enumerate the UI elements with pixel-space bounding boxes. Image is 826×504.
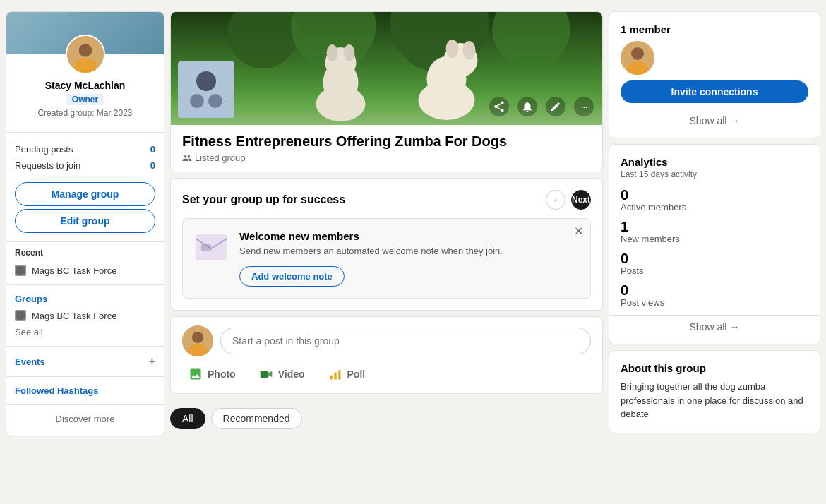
next-button[interactable]: Next [571, 190, 591, 210]
discover-more-button[interactable]: Discover more [15, 411, 155, 427]
setup-content: Welcome new members Send new members an … [182, 218, 591, 299]
members-show-all-link[interactable]: Show all → [609, 109, 820, 132]
group-hero: ··· [171, 12, 602, 125]
posts-label: Posts [621, 265, 808, 276]
svg-point-18 [446, 40, 459, 58]
svg-rect-25 [260, 371, 268, 378]
svg-marker-26 [268, 371, 272, 377]
hashtags-label: Followed Hashtags [15, 385, 98, 396]
groups-label: Groups [15, 291, 155, 307]
see-all-link[interactable]: See all [15, 324, 155, 340]
invite-connections-button[interactable]: Invite connections [621, 80, 808, 103]
all-filter-button[interactable]: All [170, 408, 205, 429]
left-sidebar: Stacy McLachlan Owner Created group: Mar… [6, 11, 164, 436]
setup-card: Set your group up for success ‹ Next Wel… [170, 178, 603, 311]
post-actions: Photo Video Poll [182, 364, 591, 385]
svg-rect-5 [16, 311, 25, 320]
events-link[interactable]: Events + [15, 352, 155, 371]
svg-rect-27 [330, 376, 332, 380]
setup-text: Welcome new members Send new members an … [239, 230, 579, 287]
member-avatar [621, 41, 654, 75]
share-icon[interactable] [489, 97, 509, 116]
video-label: Video [278, 368, 305, 380]
about-title: About this group [621, 362, 808, 374]
add-welcome-note-button[interactable]: Add welcome note [239, 266, 345, 287]
svg-point-19 [463, 41, 476, 59]
active-members-row: 0 Active members [621, 188, 808, 212]
main-content: ··· Fitness Entrepreneurs Offering Zumba… [170, 11, 603, 432]
members-card: 1 member Invite connections Show all → [609, 11, 820, 138]
sidebar-cover [6, 12, 164, 54]
recent-item-label: Mags BC Task Force [32, 265, 116, 276]
setup-title: Set your group up for success [182, 193, 345, 206]
group-actions: ··· [489, 97, 594, 116]
group-card: ··· Fitness Entrepreneurs Offering Zumba… [170, 11, 603, 172]
setup-item-title: Welcome new members [239, 230, 579, 242]
post-views-count: 0 [621, 283, 808, 297]
sidebar-item-mags-bc[interactable]: Mags BC Task Force [15, 262, 155, 279]
post-input[interactable] [220, 328, 591, 354]
filter-bar: All Recommended [170, 400, 603, 432]
group-icon-2 [15, 310, 26, 321]
svg-point-13 [327, 44, 338, 61]
svg-rect-21 [201, 244, 211, 251]
active-members-count: 0 [621, 188, 808, 202]
svg-rect-3 [75, 61, 96, 73]
setup-item-desc: Send new members an automated welcome no… [239, 245, 579, 258]
svg-point-31 [631, 47, 644, 60]
prev-button[interactable]: ‹ [546, 190, 565, 210]
requests-row: Requests to join 0 [15, 157, 155, 174]
post-avatar [182, 325, 213, 356]
poll-button[interactable]: Poll [322, 364, 371, 385]
sidebar-groups-item[interactable]: Mags BC Task Force [15, 307, 155, 324]
more-icon[interactable]: ··· [574, 97, 594, 116]
groups-section: Groups Mags BC Task Force See all [6, 284, 164, 346]
edit-group-button[interactable]: Edit group [15, 209, 155, 233]
pending-posts-row: Pending posts 0 [15, 141, 155, 157]
edit-icon[interactable] [546, 97, 565, 116]
hashtags-link[interactable]: Followed Hashtags [15, 383, 155, 399]
analytics-show-all-link[interactable]: Show all → [609, 315, 820, 338]
poll-icon [328, 366, 343, 382]
posts-row: 0 Posts [621, 251, 808, 276]
svg-point-1 [78, 44, 92, 57]
photo-label: Photo [208, 368, 236, 380]
recommended-filter-button[interactable]: Recommended [211, 408, 302, 429]
pending-posts-label: Pending posts [15, 144, 73, 155]
new-members-count: 1 [621, 220, 808, 234]
svg-point-9 [493, 12, 570, 68]
hashtags-section: Followed Hashtags [6, 376, 164, 404]
video-button[interactable]: Video [253, 364, 311, 385]
add-event-icon[interactable]: + [149, 355, 155, 368]
posts-count: 0 [621, 251, 808, 265]
notification-icon[interactable] [517, 97, 537, 116]
envelope-icon [194, 230, 228, 264]
photo-button[interactable]: Photo [182, 364, 241, 385]
group-type-label: Listed group [195, 152, 246, 163]
group-logo [178, 61, 234, 118]
new-members-label: New members [621, 234, 808, 244]
sidebar-created: Created group: Mar 2023 [15, 108, 155, 118]
recent-section: Recent Mags BC Task Force [6, 241, 164, 284]
about-text: Bringing together all the dog zumba prof… [621, 380, 808, 421]
right-sidebar: 1 member Invite connections Show all → A… [609, 11, 820, 433]
about-card: About this group Bringing together all t… [609, 350, 820, 433]
arrow-right-icon: → [729, 115, 739, 126]
close-icon[interactable]: ✕ [574, 226, 583, 237]
post-views-label: Post views [621, 297, 808, 308]
analytics-title: Analytics [621, 156, 808, 168]
photo-icon [188, 366, 203, 382]
svg-rect-4 [16, 266, 25, 275]
events-section: Events + [6, 346, 164, 376]
video-icon [258, 366, 274, 382]
group-title: Fitness Entrepreneurs Offering Zumba For… [182, 133, 591, 150]
active-members-label: Active members [621, 202, 808, 212]
new-members-row: 1 New members [621, 220, 808, 244]
sidebar-stats: Pending posts 0 Requests to join 0 [6, 138, 164, 179]
post-card: Photo Video Poll [170, 316, 603, 394]
manage-group-button[interactable]: Manage group [15, 182, 155, 206]
member-count: 1 member [621, 23, 808, 35]
setup-nav: ‹ Next [546, 190, 591, 210]
svg-rect-28 [334, 373, 336, 380]
post-input-area [182, 325, 591, 356]
